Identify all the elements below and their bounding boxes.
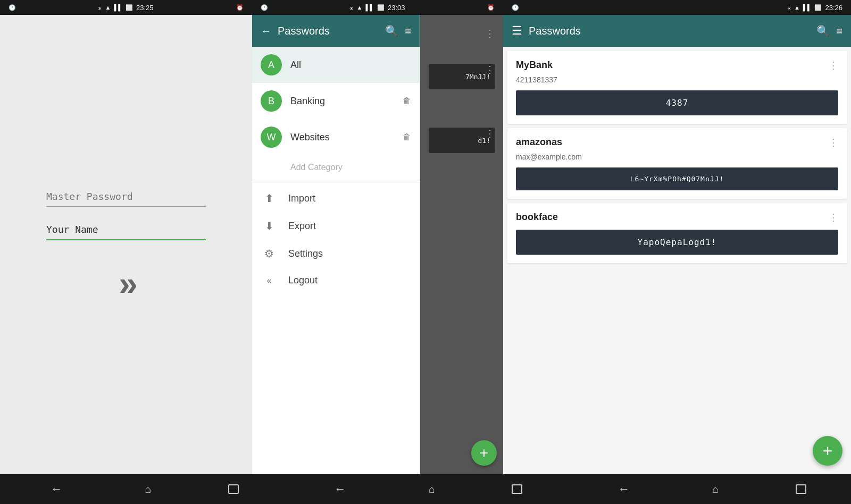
right-status-icons-1: ⁎ ▲ ▌▌ ⬜ 23:25	[98, 4, 153, 12]
clock-icon-1: 🕐	[9, 4, 16, 11]
settings-label: Settings	[288, 248, 323, 259]
bookface-card: bookface ⋮ YapoQepaLogd1!	[507, 203, 847, 263]
category-banking-avatar: B	[261, 90, 282, 112]
login-form	[46, 187, 206, 303]
mybank-subtitle: 4211381337	[516, 75, 838, 84]
export-icon: ⬇	[261, 220, 278, 232]
login-panel	[0, 15, 252, 474]
logout-label: Logout	[288, 275, 318, 286]
settings-icon: ⚙	[261, 247, 278, 260]
passwords-header: ☰ Passwords 🔍 ≡	[503, 15, 851, 47]
right-status-icons-3: ⁎ ▲ ▌▌ ⬜ 23:26	[788, 4, 842, 12]
amazonas-subtitle: max@example.com	[516, 153, 838, 161]
main-content: ← Passwords 🔍 ≡ A All B Banking 🗑 W Webs…	[0, 15, 851, 474]
passwords-title: Passwords	[529, 25, 810, 37]
bookface-dots-icon[interactable]: ⋮	[829, 212, 838, 223]
hamburger-menu-icon[interactable]: ☰	[512, 24, 522, 38]
status-bar-2: 🕐 ⁎ ▲ ▌▌ ⬜ 23:03 ⏰	[252, 4, 503, 12]
bottom-nav-2: ← ⌂	[283, 474, 567, 504]
back-button-2[interactable]: ←	[329, 477, 352, 501]
wifi-icon-2: ▲	[356, 4, 362, 11]
category-all-item[interactable]: A All	[252, 47, 420, 83]
recents-button-3[interactable]	[796, 484, 806, 494]
amazonas-card-header: amazonas ⋮	[516, 137, 838, 148]
master-password-field[interactable]	[46, 187, 206, 207]
bookface-title: bookface	[516, 212, 558, 223]
list-item1-dots-icon[interactable]: ⋮	[485, 28, 495, 39]
list-fab-button[interactable]: +	[471, 440, 497, 466]
sidebar-search-icon[interactable]: 🔍	[385, 24, 398, 37]
mybank-title: MyBank	[516, 60, 553, 71]
bottom-nav-1: ← ⌂	[0, 474, 283, 504]
list-item3-dots-icon[interactable]: ⋮	[485, 128, 495, 139]
passwords-fab-button[interactable]: +	[813, 436, 842, 466]
amazonas-dots-icon[interactable]: ⋮	[829, 137, 838, 148]
amazonas-title: amazonas	[516, 137, 562, 148]
time-display-2: 23:03	[388, 4, 405, 12]
status-bar-row: 🕐 ⁎ ▲ ▌▌ ⬜ 23:25 ⏰ 🕐 ⁎ ▲ ▌▌ ⬜ 23:03 ⏰	[0, 0, 851, 15]
right-status-icons-2: ⁎ ▲ ▌▌ ⬜ 23:03	[350, 4, 405, 12]
home-button-2[interactable]: ⌂	[420, 477, 444, 501]
alarm-icon-1: ⏰	[236, 4, 244, 11]
signal-icon-1: ▌▌	[114, 4, 122, 11]
time-display-3: 23:26	[825, 4, 842, 12]
category-websites-avatar: W	[261, 127, 282, 148]
amazonas-card: amazonas ⋮ max@example.com L6~YrXm%POh#Q…	[507, 128, 847, 199]
back-button-3[interactable]: ←	[612, 477, 636, 501]
settings-menu-item[interactable]: ⚙ Settings	[252, 240, 420, 267]
sidebar-back-button[interactable]: ←	[261, 25, 271, 37]
add-category-button[interactable]: Add Category	[252, 155, 420, 180]
sidebar-sort-icon[interactable]: ≡	[405, 25, 411, 37]
export-label: Export	[288, 221, 316, 232]
mybank-dots-icon[interactable]: ⋮	[829, 60, 838, 71]
master-password-input[interactable]	[46, 187, 206, 207]
battery-icon-3: ⬜	[814, 4, 822, 11]
category-websites-item[interactable]: W Websites 🗑	[252, 119, 420, 155]
bluetooth-icon-2: ⁎	[350, 4, 353, 11]
clock-icon-3: 🕐	[512, 4, 519, 11]
sidebar-panel: ← Passwords 🔍 ≡ A All B Banking 🗑 W Webs…	[252, 15, 420, 474]
amazonas-password-bar[interactable]: L6~YrXm%POh#Q07MnJJ!	[516, 167, 838, 190]
recents-button-1[interactable]	[228, 484, 239, 494]
category-banking-delete-icon[interactable]: 🗑	[403, 96, 411, 106]
mybank-card-header: MyBank ⋮	[516, 60, 838, 71]
home-button-1[interactable]: ⌂	[137, 477, 160, 501]
passwords-search-icon[interactable]: 🔍	[816, 24, 830, 37]
login-forward-button[interactable]	[119, 264, 134, 303]
import-icon: ⬆	[261, 192, 278, 205]
bottom-navigation: ← ⌂ ← ⌂ ← ⌂	[0, 474, 851, 504]
back-button-1[interactable]: ←	[45, 477, 68, 501]
far-right-1: ⏰	[236, 4, 244, 11]
category-all-label: All	[290, 60, 411, 71]
left-status-icons-3: 🕐	[512, 4, 519, 11]
alarm-icon-2: ⏰	[487, 4, 495, 11]
wifi-icon-3: ▲	[794, 4, 800, 11]
bookface-password-bar[interactable]: YapoQepaLogd1!	[516, 230, 838, 255]
recents-button-2[interactable]	[512, 484, 522, 494]
category-all-avatar: A	[261, 54, 282, 75]
bluetooth-icon-1: ⁎	[98, 4, 102, 11]
import-menu-item[interactable]: ⬆ Import	[252, 184, 420, 212]
battery-icon-2: ⬜	[377, 4, 385, 11]
sidebar-title: Passwords	[278, 25, 379, 37]
signal-icon-2: ▌▌	[365, 4, 374, 11]
bottom-nav-3: ← ⌂	[568, 474, 851, 504]
home-button-3[interactable]: ⌂	[704, 477, 727, 501]
logout-menu-item[interactable]: « Logout	[252, 267, 420, 293]
your-name-input[interactable]	[46, 220, 206, 240]
your-name-field[interactable]	[46, 220, 206, 240]
bluetooth-icon-3: ⁎	[788, 4, 791, 11]
category-websites-label: Websites	[290, 132, 394, 143]
category-websites-delete-icon[interactable]: 🗑	[403, 132, 411, 142]
bookface-card-header: bookface ⋮	[516, 212, 838, 223]
status-bar-1: 🕐 ⁎ ▲ ▌▌ ⬜ 23:25 ⏰	[0, 4, 252, 12]
sidebar-divider	[252, 182, 420, 182]
left-status-icons-1: 🕐	[9, 4, 16, 11]
category-list: A All B Banking 🗑 W Websites 🗑 Add Categ…	[252, 47, 420, 474]
category-banking-label: Banking	[290, 96, 394, 107]
mybank-password-bar[interactable]: 4387	[516, 90, 838, 115]
export-menu-item[interactable]: ⬇ Export	[252, 212, 420, 240]
list-item2-dots-icon[interactable]: ⋮	[485, 64, 495, 75]
passwords-sort-icon[interactable]: ≡	[836, 25, 842, 37]
category-banking-item[interactable]: B Banking 🗑	[252, 83, 420, 119]
